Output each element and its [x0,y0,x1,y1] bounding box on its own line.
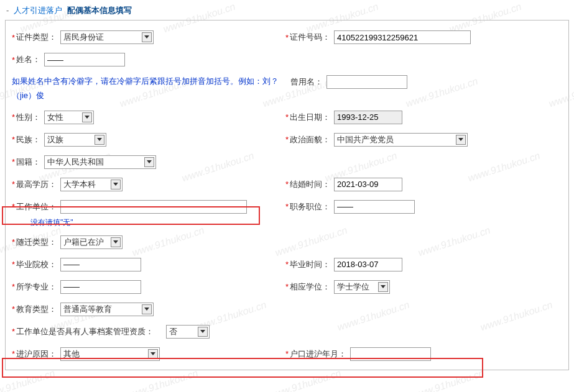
breadcrumb: - 人才引进落户 配偶基本信息填写 [0,0,574,20]
education-value: 大学本科 [63,179,96,190]
page-title: 配偶基本信息填写 [67,6,132,15]
breadcrumb-dash: - [6,6,9,15]
cert-type-label: 证件类型： [16,32,57,43]
major-input[interactable] [60,280,141,294]
required-marker: * [12,237,15,247]
required-marker: * [285,349,289,358]
migrate-type-label: 随迁类型： [16,237,57,248]
reason-value: 其他 [63,349,80,360]
birth-label: 出生日期： [290,112,330,123]
political-select[interactable]: 中国共产党党员 [334,133,468,147]
education-label: 最高学历： [16,179,57,190]
former-name-input[interactable] [326,75,407,89]
grad-school-input[interactable] [60,258,141,271]
gender-value: 女性 [47,112,63,123]
marriage-time-label: 结婚时间： [290,179,330,190]
hukou-time-input[interactable] [350,347,431,361]
required-marker: * [285,260,289,269]
required-marker: * [12,135,15,144]
required-marker: * [12,55,15,65]
name-label: 姓名： [16,54,40,65]
grad-time-label: 毕业时间： [290,259,330,270]
grad-time-input[interactable] [334,258,402,271]
required-marker: * [285,112,289,122]
required-marker: * [12,260,15,269]
cert-no-label: 证件号码： [290,32,330,43]
required-marker: * [12,349,15,358]
work-unit-label: 工作单位： [16,201,57,212]
former-name-label: 曾用名： [290,76,323,88]
migrate-type-select[interactable]: 户籍已在沪 [60,235,123,249]
required-marker: * [12,304,15,314]
required-marker: * [12,202,15,211]
marriage-time-input[interactable] [334,178,402,191]
gender-label: 性别： [16,112,40,123]
birth-input[interactable] [334,111,402,124]
work-unit-hint: 没有请填"无" [30,217,73,228]
nationality-label: 国籍： [16,157,40,168]
required-marker: * [12,327,15,336]
required-marker: * [285,202,289,211]
required-marker: * [285,33,289,42]
gender-select[interactable]: 女性 [44,111,94,124]
degree-label: 相应学位： [290,281,330,293]
nationality-select[interactable]: 中华人民共和国 [44,155,156,169]
migrate-type-value: 户籍已在沪 [63,237,104,248]
breadcrumb-parent: 人才引进落户 [14,6,62,15]
cert-type-select[interactable]: 居民身份证 [60,30,154,44]
required-marker: * [12,282,15,291]
edu-type-value: 普通高等教育 [63,304,112,315]
work-unit-input[interactable] [60,200,247,214]
position-label: 职务职位： [290,201,330,212]
edu-type-label: 教育类型： [16,304,57,315]
degree-value: 学士学位 [337,281,369,293]
required-marker: * [285,135,289,144]
reason-select[interactable]: 其他 [60,347,160,361]
form-container: * 证件类型： 居民身份证 * 证件号码： * 姓名： 如果姓名中含有冷僻字，请… [5,20,569,370]
ethnic-select[interactable]: 汉族 [44,133,106,147]
reason-label: 进沪原因： [16,349,57,360]
archive-label: 工作单位是否具有人事档案管理资质： [16,326,154,337]
grad-school-label: 毕业院校： [16,259,57,270]
degree-select[interactable]: 学士学位 [334,280,390,294]
name-input[interactable] [44,53,125,66]
political-value: 中国共产党党员 [337,134,394,145]
archive-select[interactable]: 否 [166,325,210,339]
ethnic-label: 民族： [16,134,40,145]
required-marker: * [12,112,15,122]
name-hint: 如果姓名中含有冷僻字，请在冷僻字后紧跟括号加拼音加括号。例如：刘？（jie）俊 [12,74,279,103]
archive-value: 否 [169,326,177,337]
position-input[interactable] [334,200,415,214]
cert-no-input[interactable] [334,30,471,44]
major-label: 所学专业： [16,281,57,293]
required-marker: * [12,180,15,189]
political-label: 政治面貌： [290,134,330,145]
required-marker: * [12,33,15,42]
required-marker: * [285,282,289,291]
ethnic-value: 汉族 [47,134,63,145]
hukou-time-label: 户口进沪年月： [290,349,346,360]
required-marker: * [285,180,289,189]
nationality-value: 中华人民共和国 [47,157,104,168]
required-marker: * [12,157,15,166]
edu-type-select[interactable]: 普通高等教育 [60,303,154,316]
education-select[interactable]: 大学本科 [60,178,123,191]
cert-type-value: 居民身份证 [63,32,104,43]
